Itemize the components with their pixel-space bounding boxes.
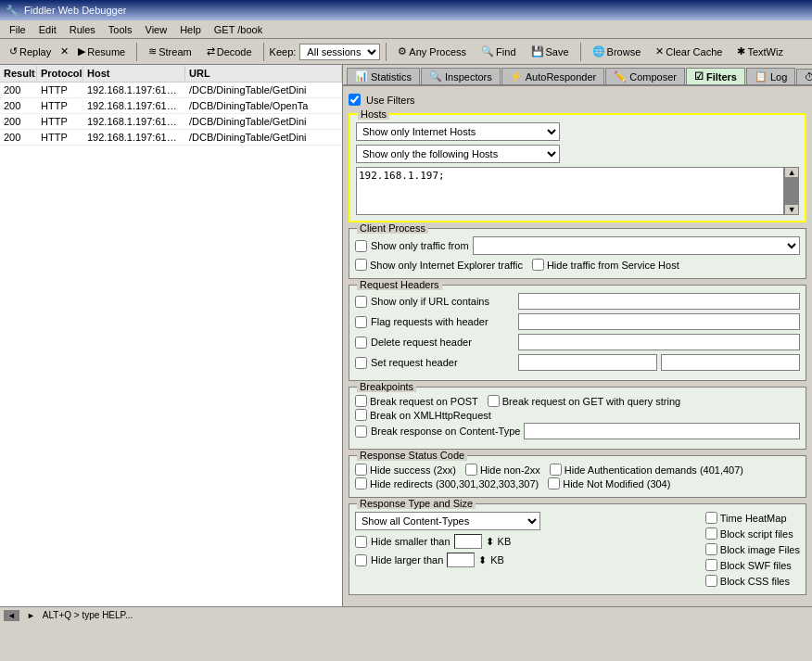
hide-smaller-checkbox[interactable] bbox=[355, 536, 367, 548]
menu-help[interactable]: Help bbox=[174, 23, 207, 36]
menu-edit[interactable]: Edit bbox=[33, 23, 62, 36]
menu-file[interactable]: File bbox=[4, 23, 32, 36]
menu-get-book[interactable]: GET /book bbox=[209, 23, 268, 36]
show-types-dropdown[interactable]: Show all Content-Types bbox=[355, 512, 540, 530]
menu-rules[interactable]: Rules bbox=[64, 23, 101, 36]
hide-auth-checkbox[interactable] bbox=[550, 464, 562, 476]
set-header-name-input[interactable] bbox=[518, 354, 657, 371]
block-image-checkbox[interactable] bbox=[705, 543, 717, 555]
set-header-checkbox[interactable] bbox=[355, 357, 367, 369]
block-css-checkbox[interactable] bbox=[705, 575, 717, 587]
menu-view[interactable]: View bbox=[140, 23, 173, 36]
response-type-title: Response Type and Size bbox=[357, 498, 476, 509]
toolbar-separator-2 bbox=[263, 43, 264, 61]
browse-button[interactable]: 🌐 Browse bbox=[587, 43, 647, 60]
response-status-title: Response Status Code bbox=[357, 450, 467, 461]
stream-button[interactable]: ≋ Stream bbox=[143, 43, 197, 60]
breakpoints-group: Breakpoints Break request on POST Break … bbox=[349, 387, 806, 450]
delete-header-input[interactable] bbox=[518, 334, 800, 350]
hide-redirects-checkbox[interactable] bbox=[355, 477, 367, 489]
break-response-input[interactable] bbox=[524, 423, 800, 439]
time-heatmap-row: Time HeatMap bbox=[705, 512, 800, 524]
title-bar: 🔧 Fiddler Web Debugger bbox=[0, 0, 812, 20]
hide-non2xx-checkbox[interactable] bbox=[465, 464, 477, 476]
autoresponder-icon: ⚡ bbox=[510, 70, 523, 83]
table-row[interactable]: 200 HTTP 192.168.1.197:61411 /DCB/Dining… bbox=[0, 130, 342, 146]
decode-button[interactable]: ⇄ Decode bbox=[201, 43, 258, 60]
process-button[interactable]: ⚙ Any Process bbox=[392, 43, 472, 60]
request-headers-title: Request Headers bbox=[357, 279, 442, 290]
hide-non2xx-row: Hide non-2xx bbox=[465, 464, 540, 476]
delete-header-checkbox[interactable] bbox=[355, 337, 367, 349]
session-panel: Result Protocol Host URL 200 HTTP 192.16… bbox=[0, 65, 343, 606]
scroll-left-arrow[interactable]: ◄ bbox=[4, 610, 19, 621]
table-row[interactable]: 200 HTTP 192.168.1.197:61411 /DCB/Dining… bbox=[0, 98, 342, 114]
keep-dropdown[interactable]: All sessions bbox=[299, 44, 380, 60]
flag-header-checkbox[interactable] bbox=[355, 316, 367, 328]
menu-tools[interactable]: Tools bbox=[103, 23, 138, 36]
tab-autoresponder[interactable]: ⚡ AutoResponder bbox=[501, 68, 604, 84]
url-contains-input[interactable] bbox=[518, 293, 800, 310]
scroll-up-arrow[interactable]: ▲ bbox=[785, 168, 798, 177]
table-row[interactable]: 200 HTTP 192.168.1.197:61411 /DCB/Dining… bbox=[0, 114, 342, 130]
url-contains-checkbox[interactable] bbox=[355, 296, 367, 308]
replay-button[interactable]: ↺ Replay bbox=[4, 43, 57, 60]
tab-statistics[interactable]: 📊 Statistics bbox=[347, 68, 420, 84]
hosts-dropdown2[interactable]: Show only the following Hosts Hide the f… bbox=[356, 145, 560, 163]
flag-header-input[interactable] bbox=[518, 313, 800, 330]
break-post-row: Break request on POST bbox=[355, 395, 478, 407]
tab-composer[interactable]: ✏️ Composer bbox=[605, 68, 685, 84]
right-panel: 📊 Statistics 🔍 Inspectors ⚡ AutoResponde… bbox=[343, 65, 812, 606]
hide-not-modified-checkbox[interactable] bbox=[548, 477, 560, 489]
show-ie-checkbox[interactable] bbox=[355, 259, 367, 271]
hosts-dropdown1[interactable]: Show only Internet Hosts Show all traffi… bbox=[356, 122, 560, 141]
hide-success-checkbox[interactable] bbox=[355, 464, 367, 476]
status-top-row: Hide success (2xx) Hide non-2xx Hide Aut… bbox=[355, 464, 800, 477]
browse-icon: 🌐 bbox=[592, 45, 605, 57]
use-filters-label: Use Filters bbox=[366, 95, 415, 106]
clear-cache-button[interactable]: ✕ Clear Cache bbox=[650, 43, 728, 60]
show-traffic-dropdown[interactable] bbox=[473, 236, 800, 255]
hosts-group-title: Hosts bbox=[358, 108, 389, 120]
break-post-checkbox[interactable] bbox=[355, 395, 367, 407]
toolbar-separator-4 bbox=[580, 43, 581, 61]
hosts-textarea[interactable]: 192.168.1.197; bbox=[356, 167, 784, 215]
scroll-down-arrow[interactable]: ▼ bbox=[785, 205, 798, 214]
break-get-checkbox[interactable] bbox=[488, 395, 500, 407]
break-get-row: Break request on GET with query string bbox=[488, 395, 680, 407]
hide-service-checkbox[interactable] bbox=[532, 259, 544, 271]
tab-timeline[interactable]: ⏱ Ti... bbox=[796, 69, 812, 84]
status-hint: ALT+Q > type HELP... bbox=[43, 610, 133, 620]
hide-redirects-row: Hide redirects (300,301,302,303,307) bbox=[355, 477, 539, 489]
find-button[interactable]: 🔍 Find bbox=[476, 43, 521, 60]
textwiz-button[interactable]: ✱ TextWiz bbox=[731, 43, 789, 60]
block-swf-checkbox[interactable] bbox=[705, 559, 717, 571]
break-response-checkbox[interactable] bbox=[355, 426, 367, 438]
filters-icon: ☑ bbox=[694, 70, 704, 83]
table-row[interactable]: 200 HTTP 192.168.1.197:61411 /DCB/Dining… bbox=[0, 83, 342, 98]
block-script-checkbox[interactable] bbox=[705, 528, 717, 540]
set-header-value-input[interactable] bbox=[661, 354, 800, 371]
break-xml-checkbox[interactable] bbox=[355, 409, 367, 421]
set-header-row: Set request header bbox=[355, 354, 800, 371]
tab-filters[interactable]: ☑ Filters bbox=[686, 68, 745, 84]
resume-icon: ▶ bbox=[78, 45, 85, 57]
block-image-row: Block image Files bbox=[705, 543, 800, 555]
hide-larger-input[interactable]: 1 bbox=[447, 553, 475, 567]
scroll-right-arrow[interactable]: ► bbox=[23, 610, 39, 621]
show-traffic-checkbox[interactable] bbox=[355, 240, 367, 252]
textwiz-icon: ✱ bbox=[737, 45, 745, 57]
save-button[interactable]: 💾 Save bbox=[526, 43, 575, 60]
hide-larger-checkbox[interactable] bbox=[355, 554, 367, 566]
stream-icon: ≋ bbox=[148, 45, 157, 57]
show-types-row: Show all Content-Types bbox=[355, 512, 696, 530]
use-filters-checkbox[interactable] bbox=[349, 94, 361, 106]
client-process-title: Client Process bbox=[357, 222, 428, 234]
tab-log[interactable]: 📋 Log bbox=[746, 68, 795, 84]
hide-smaller-input[interactable]: 1 bbox=[454, 534, 482, 549]
time-heatmap-checkbox[interactable] bbox=[705, 512, 717, 524]
decode-icon: ⇄ bbox=[207, 45, 215, 57]
hide-larger-row: Hide larger than 1 ⬍ KB bbox=[355, 553, 696, 567]
resume-button[interactable]: ▶ Resume bbox=[72, 43, 131, 60]
tab-inspectors[interactable]: 🔍 Inspectors bbox=[421, 68, 501, 84]
